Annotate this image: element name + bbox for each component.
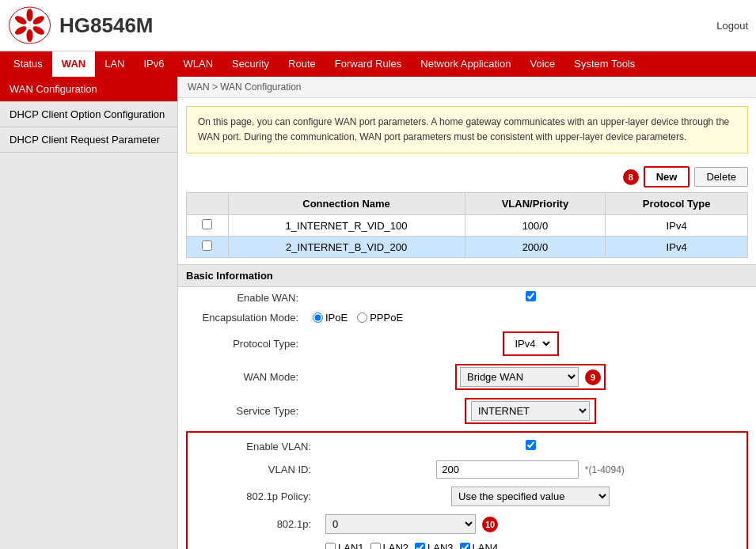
basic-info-title: Basic Information <box>178 264 756 287</box>
protocol-type-box: IPv4 <box>503 331 559 356</box>
nav-wan[interactable]: WAN <box>52 51 95 77</box>
lan2-checkbox[interactable] <box>370 543 381 549</box>
wan-mode-box: Bridge WAN Route WAN 9 <box>455 364 606 390</box>
huawei-logo <box>8 6 51 45</box>
protocol-type-label: Protocol Type: <box>178 328 305 360</box>
svg-point-2 <box>32 14 46 26</box>
svg-point-3 <box>32 25 46 36</box>
lan3-label[interactable]: LAN3 <box>415 542 454 549</box>
badge-10: 10 <box>482 517 498 532</box>
service-type-box: INTERNET <box>465 398 596 424</box>
ipoe-radio-label[interactable]: IPoE <box>313 312 348 324</box>
table-row[interactable]: 2_INTERNET_B_VID_200 200/0 IPv4 <box>187 237 748 258</box>
enable-wan-checkbox[interactable] <box>526 291 536 301</box>
row2-connection-name: 2_INTERNET_B_VID_200 <box>228 237 465 258</box>
service-type-select[interactable]: INTERNET <box>471 401 590 421</box>
sidebar: WAN Configuration DHCP Client Option Con… <box>0 77 178 549</box>
nav-system-tools[interactable]: System Tools <box>564 51 644 77</box>
policy-select[interactable]: Use the specified value Copy from inner … <box>451 487 610 506</box>
logout-button[interactable]: Logout <box>716 20 748 32</box>
nav-status[interactable]: Status <box>4 51 52 77</box>
new-button[interactable]: New <box>644 166 690 187</box>
pppoe-radio-label[interactable]: PPPoE <box>357 312 403 324</box>
service-type-label: Service Type: <box>178 394 305 428</box>
row2-checkbox[interactable] <box>202 240 212 251</box>
sidebar-item-dhcp-request[interactable]: DHCP Client Request Parameter <box>0 127 177 153</box>
badge-9: 9 <box>585 369 601 385</box>
wan-table: Connection Name VLAN/Priority Protocol T… <box>186 192 748 258</box>
header: HG8546M Logout <box>0 0 756 51</box>
nav-forward-rules[interactable]: Forward Rules <box>325 51 412 77</box>
encapsulation-radio-group: IPoE PPPoE <box>313 312 748 324</box>
pppoe-label: PPPoE <box>370 312 403 324</box>
lan1-label[interactable]: LAN1 <box>325 542 364 549</box>
svg-point-5 <box>13 25 28 36</box>
lan-binding-row: LAN1 LAN2 LAN3 LAN4 <box>325 542 735 549</box>
lan2-label[interactable]: LAN2 <box>370 542 409 549</box>
encapsulation-label: Encapsulation Mode: <box>178 308 305 328</box>
lan1-checkbox[interactable] <box>325 543 336 549</box>
policy-label: 802.1p Policy: <box>191 483 317 510</box>
row2-protocol: IPv4 <box>606 237 748 258</box>
binding-label: Binding Options: <box>191 538 317 549</box>
vlan-section-box: Enable VLAN: VLAN ID: *(1-4094) 802.1p P… <box>186 431 748 549</box>
table-area: 8 New Delete Connection Name VLAN/Priori… <box>186 161 748 258</box>
col-vlan-priority: VLAN/Priority <box>465 193 606 215</box>
protocol-type-select[interactable]: IPv4 <box>509 335 553 353</box>
dot1p-select[interactable]: 0 1 2 3 <box>325 514 476 534</box>
col-connection-name: Connection Name <box>228 193 465 215</box>
lan4-label[interactable]: LAN4 <box>460 542 499 549</box>
lan4-checkbox[interactable] <box>460 543 470 549</box>
ipoe-label: IPoE <box>325 312 348 324</box>
breadcrumb: WAN > WAN Configuration <box>178 77 756 98</box>
row1-connection-name: 1_INTERNET_R_VID_100 <box>228 215 465 237</box>
nav-lan[interactable]: LAN <box>95 51 134 77</box>
logout-area[interactable]: Logout <box>716 20 748 32</box>
content-wrapper: WAN Configuration DHCP Client Option Con… <box>0 77 756 549</box>
nav-ipv6[interactable]: IPv6 <box>135 51 174 77</box>
navbar: Status WAN LAN IPv6 WLAN Security Route … <box>0 51 756 77</box>
dot1p-label: 802.1p: <box>191 510 317 538</box>
lan3-checkbox[interactable] <box>415 543 425 549</box>
main-content: WAN > WAN Configuration On this page, yo… <box>178 77 756 549</box>
enable-vlan-checkbox[interactable] <box>526 440 536 450</box>
table-toolbar: 8 New Delete <box>186 161 748 192</box>
table-row[interactable]: 1_INTERNET_R_VID_100 100/0 IPv4 <box>187 215 748 237</box>
vlan-id-hint: *(1-4094) <box>585 464 625 475</box>
nav-wlan[interactable]: WLAN <box>174 51 223 77</box>
logo-area: HG8546M <box>8 6 154 45</box>
basic-info-form: Enable WAN: Encapsulation Mode: IPoE PPP… <box>178 287 756 428</box>
enable-vlan-label: Enable VLAN: <box>191 436 317 456</box>
svg-point-1 <box>27 9 33 21</box>
nav-network-application[interactable]: Network Application <box>411 51 520 77</box>
wan-mode-select[interactable]: Bridge WAN Route WAN <box>460 367 579 387</box>
col-checkbox <box>187 193 229 215</box>
row1-vlan: 100/0 <box>465 215 606 237</box>
row1-protocol: IPv4 <box>606 215 748 237</box>
ipoe-radio[interactable] <box>313 312 323 323</box>
device-title: HG8546M <box>59 13 154 38</box>
vlan-form: Enable VLAN: VLAN ID: *(1-4094) 802.1p P… <box>191 436 743 549</box>
nav-voice[interactable]: Voice <box>520 51 564 77</box>
row1-checkbox[interactable] <box>202 219 212 229</box>
delete-button[interactable]: Delete <box>694 167 748 187</box>
enable-wan-label: Enable WAN: <box>178 287 305 308</box>
col-protocol-type: Protocol Type <box>606 193 748 215</box>
svg-point-6 <box>13 14 28 26</box>
vlan-id-label: VLAN ID: <box>191 456 317 483</box>
vlan-id-input[interactable] <box>436 460 579 479</box>
pppoe-radio[interactable] <box>357 312 367 323</box>
wan-mode-label: WAN Mode: <box>178 360 305 394</box>
badge-8: 8 <box>623 169 639 185</box>
row2-vlan: 200/0 <box>465 237 606 258</box>
sidebar-item-dhcp-option[interactable]: DHCP Client Option Configuration <box>0 102 177 127</box>
binding-options: LAN1 LAN2 LAN3 LAN4 SSID1 SSID2 SSID3 SS… <box>325 542 735 549</box>
nav-security[interactable]: Security <box>222 51 279 77</box>
svg-point-4 <box>27 29 33 42</box>
nav-route[interactable]: Route <box>279 51 325 77</box>
info-box: On this page, you can configure WAN port… <box>186 106 748 153</box>
sidebar-item-wan-config[interactable]: WAN Configuration <box>0 77 177 102</box>
